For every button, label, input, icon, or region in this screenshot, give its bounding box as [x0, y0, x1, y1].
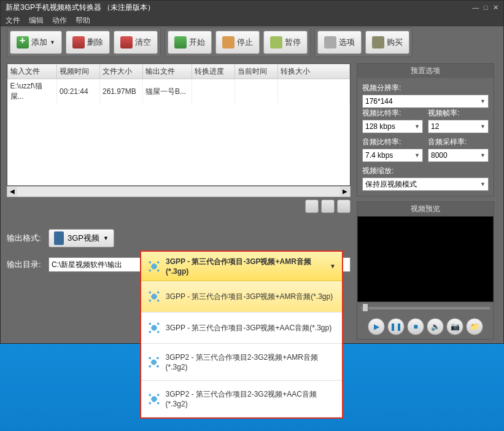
col-vtime[interactable]: 视频时间 — [57, 64, 100, 79]
cell-fsize: 261.97MB — [100, 79, 143, 104]
stop-icon — [222, 36, 235, 49]
options-label: 选项 — [339, 37, 355, 48]
chevron-down-icon: ▼ — [480, 123, 486, 130]
col-output[interactable]: 输出文件 — [143, 64, 192, 79]
clear-button[interactable]: 清空 — [114, 31, 158, 54]
add-button[interactable]: 添加▼ — [10, 31, 62, 54]
format-option[interactable]: 3GPP - 第三代合作项目-3GP视频+AMR音频(*.3gp) — [141, 281, 342, 313]
chevron-down-icon: ▼ — [414, 123, 420, 130]
menu-help[interactable]: 帮助 — [76, 15, 90, 25]
vbitrate-select[interactable]: 128 kbps▼ — [362, 120, 423, 133]
preview-panel: 视频预览 ▶ ❚❚ ■ 🔈 📷 📁 — [357, 201, 494, 340]
abitrate-select[interactable]: 7.4 kbps▼ — [362, 149, 423, 162]
preview-pause-button[interactable]: ❚❚ — [387, 318, 405, 335]
scale-value: 保持原视频模式 — [365, 179, 417, 190]
menu-edit[interactable]: 编辑 — [29, 15, 44, 25]
pause-button[interactable]: 暂停 — [263, 31, 308, 54]
col-fsize[interactable]: 文件大小 — [100, 64, 143, 79]
scroll-left-icon[interactable]: ◀ — [7, 187, 17, 196]
format-dropdown: 3GPP - 第三代合作项目-3GP视频+AMR音频(*.3gp) ▼ 3GPP… — [140, 250, 343, 419]
format-option-label: 3GPP2 - 第三代合作项目2-3G2视频+AAC音频(*.3g2) — [166, 389, 336, 408]
asample-select[interactable]: 8000▼ — [428, 149, 489, 162]
buy-label: 购买 — [387, 37, 403, 48]
misc-group: 选项 购买 — [314, 28, 413, 57]
scroll-right-icon[interactable]: ▶ — [340, 187, 350, 196]
fps-select[interactable]: 12▼ — [428, 120, 489, 133]
preset-panel: 预置选项 视频分辨率: 176*144▼ 视频比特率: 128 kbps▼ 视频… — [357, 63, 494, 196]
format-option[interactable]: 3GPP2 - 第三代合作项目2-3G2视频+AMR音频(*.3g2) — [141, 344, 342, 381]
format-option[interactable]: 3GPP - 第三代合作项目-3GP视频+AAC音频(*.3gp) — [141, 313, 342, 344]
preset-panel-title: 预置选项 — [357, 64, 494, 78]
delete-button[interactable]: 删除 — [66, 31, 110, 54]
table-row[interactable]: E:\uzzf\猫屎... 00:21:44 261.97MB 猫屎一号B... — [8, 79, 350, 104]
horizontal-scrollbar[interactable]: ◀ ▶ — [7, 186, 351, 197]
asample-value: 8000 — [431, 151, 448, 160]
playback-controls: ▶ ❚❚ ■ 🔈 📷 📁 — [357, 314, 494, 339]
col-csize[interactable]: 转换大小 — [278, 64, 350, 79]
format-option-label: 3GPP2 - 第三代合作项目2-3G2视频+AMR音频(*.3g2) — [165, 352, 336, 371]
chevron-down-icon: ▼ — [414, 152, 420, 158]
window-controls: — □ ✕ — [472, 4, 498, 12]
menu-action[interactable]: 动作 — [52, 15, 67, 25]
maximize-icon[interactable]: □ — [484, 4, 488, 12]
chevron-down-icon: ▼ — [480, 98, 486, 104]
snapshot-button[interactable]: 📷 — [446, 318, 463, 335]
output-category-select[interactable]: 3GP视频 ▼ — [48, 229, 114, 247]
start-button[interactable]: 开始 — [168, 31, 212, 54]
delete-icon — [72, 36, 85, 49]
format-icon — [147, 355, 160, 369]
slider-thumb[interactable] — [362, 303, 368, 312]
format-option-label: 3GPP - 第三代合作项目-3GP视频+AMR音频(*.3gp) — [166, 292, 333, 302]
buy-button[interactable]: 购买 — [365, 31, 409, 54]
asample-label: 音频采样率: — [428, 137, 489, 147]
clear-icon — [120, 36, 133, 49]
format-option[interactable]: 3GPP2 - 第三代合作项目2-3G2视频+AAC音频(*.3g2) — [141, 381, 342, 417]
pause-label: 暂停 — [285, 37, 301, 48]
cell-output: 猫屎一号B... — [143, 79, 192, 104]
format-icon — [147, 260, 161, 273]
file-ops-group: 添加▼ 删除 清空 — [7, 28, 161, 57]
conversion-group: 开始 停止 暂停 — [165, 28, 311, 57]
col-progress[interactable]: 转换进度 — [192, 64, 235, 79]
cell-csize — [278, 79, 350, 104]
col-ctime[interactable]: 当前时间 — [235, 64, 278, 79]
scale-select[interactable]: 保持原视频模式▼ — [362, 177, 489, 191]
toolbar: 添加▼ 删除 清空 开始 停止 暂停 选项 购买 — [1, 26, 503, 58]
resolution-select[interactable]: 176*144▼ — [362, 95, 489, 108]
chevron-down-icon: ▼ — [330, 263, 336, 270]
col-input[interactable]: 输入文件 — [8, 64, 57, 79]
resolution-value: 176*144 — [365, 97, 393, 106]
move-down-button[interactable] — [305, 200, 319, 213]
video-preview — [357, 216, 494, 302]
cell-ctime — [235, 79, 278, 104]
play-button[interactable]: ▶ — [368, 318, 385, 335]
format-selected-text: 3GPP - 第三代合作项目-3GP视频+AMR音频(*.3gp) — [166, 257, 311, 276]
list-controls — [7, 200, 351, 213]
mute-button[interactable]: 🔈 — [427, 318, 444, 335]
list-info-button[interactable] — [337, 200, 351, 213]
fps-value: 12 — [431, 122, 439, 131]
minimize-icon[interactable]: — — [472, 4, 479, 12]
seek-slider[interactable] — [357, 302, 494, 314]
close-icon[interactable]: ✕ — [493, 4, 498, 12]
move-up-button[interactable] — [321, 200, 335, 213]
preview-stop-button[interactable]: ■ — [407, 318, 424, 335]
output-dir-label: 输出目录: — [7, 259, 44, 270]
output-category-value: 3GP视频 — [68, 233, 99, 244]
gear-icon — [324, 36, 336, 49]
start-label: 开始 — [189, 37, 205, 48]
window-title: 新星3GP手机视频格式转换器 （未注册版本） — [6, 2, 155, 13]
pause-icon — [270, 36, 282, 49]
options-button[interactable]: 选项 — [317, 31, 362, 54]
cell-input: E:\uzzf\猫屎... — [8, 79, 57, 104]
menubar: 文件 编辑 动作 帮助 — [1, 14, 503, 26]
folder-button[interactable]: 📁 — [466, 318, 483, 335]
output-format-row: 输出格式: 3GP视频 ▼ — [7, 229, 351, 247]
stop-button[interactable]: 停止 — [215, 31, 260, 54]
abitrate-value: 7.4 kbps — [365, 151, 393, 160]
right-column: 预置选项 视频分辨率: 176*144▼ 视频比特率: 128 kbps▼ 视频… — [357, 63, 494, 344]
abitrate-label: 音频比特率: — [362, 137, 423, 147]
output-format-label: 输出格式: — [7, 233, 44, 244]
menu-file[interactable]: 文件 — [6, 15, 20, 25]
format-dropdown-selected[interactable]: 3GPP - 第三代合作项目-3GP视频+AMR音频(*.3gp) ▼ — [141, 252, 342, 281]
